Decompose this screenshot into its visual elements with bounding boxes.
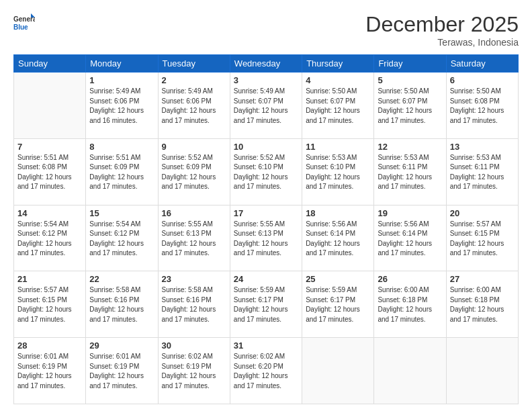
day-number: 4	[306, 75, 370, 85]
calendar-cell	[374, 338, 446, 404]
day-number: 21	[17, 274, 82, 284]
day-info: Sunrise: 5:56 AM Sunset: 6:14 PM Dayligh…	[306, 220, 370, 259]
day-number: 13	[450, 142, 515, 152]
calendar-cell: 11Sunrise: 5:53 AM Sunset: 6:10 PM Dayli…	[302, 138, 374, 205]
day-info: Sunrise: 5:53 AM Sunset: 6:10 PM Dayligh…	[306, 153, 370, 192]
header-saturday: Saturday	[446, 55, 518, 73]
day-info: Sunrise: 5:49 AM Sunset: 6:06 PM Dayligh…	[89, 87, 154, 126]
day-info: Sunrise: 6:00 AM Sunset: 6:18 PM Dayligh…	[450, 285, 515, 324]
day-number: 15	[89, 208, 154, 218]
calendar-cell: 4Sunrise: 5:50 AM Sunset: 6:07 PM Daylig…	[302, 73, 374, 139]
day-info: Sunrise: 5:50 AM Sunset: 6:07 PM Dayligh…	[306, 87, 370, 126]
day-number: 20	[450, 208, 515, 218]
header-wednesday: Wednesday	[230, 55, 302, 73]
calendar-cell: 20Sunrise: 5:57 AM Sunset: 6:15 PM Dayli…	[446, 205, 518, 271]
logo-icon: General Blue	[13, 12, 35, 34]
calendar-cell: 29Sunrise: 6:01 AM Sunset: 6:19 PM Dayli…	[86, 338, 158, 404]
header: General Blue December 2025 Terawas, Indo…	[13, 12, 519, 48]
calendar-table: SundayMondayTuesdayWednesdayThursdayFrid…	[13, 54, 519, 404]
day-info: Sunrise: 6:00 AM Sunset: 6:18 PM Dayligh…	[378, 285, 442, 324]
calendar-cell: 6Sunrise: 5:50 AM Sunset: 6:08 PM Daylig…	[446, 73, 518, 139]
header-monday: Monday	[86, 55, 158, 73]
day-info: Sunrise: 5:54 AM Sunset: 6:12 PM Dayligh…	[89, 220, 154, 259]
calendar-cell: 2Sunrise: 5:49 AM Sunset: 6:06 PM Daylig…	[158, 73, 230, 139]
day-number: 3	[234, 75, 298, 85]
calendar-cell: 18Sunrise: 5:56 AM Sunset: 6:14 PM Dayli…	[302, 205, 374, 271]
location: Terawas, Indonesia	[365, 37, 519, 48]
day-info: Sunrise: 6:02 AM Sunset: 6:19 PM Dayligh…	[162, 352, 226, 391]
day-number: 6	[450, 75, 515, 85]
day-info: Sunrise: 6:01 AM Sunset: 6:19 PM Dayligh…	[17, 352, 82, 391]
day-info: Sunrise: 5:59 AM Sunset: 6:17 PM Dayligh…	[234, 285, 298, 324]
day-info: Sunrise: 5:57 AM Sunset: 6:15 PM Dayligh…	[450, 220, 515, 259]
day-number: 12	[378, 142, 442, 152]
day-number: 2	[162, 75, 226, 85]
day-info: Sunrise: 5:53 AM Sunset: 6:11 PM Dayligh…	[450, 153, 515, 192]
day-info: Sunrise: 5:52 AM Sunset: 6:09 PM Dayligh…	[162, 153, 226, 192]
week-row-5: 28Sunrise: 6:01 AM Sunset: 6:19 PM Dayli…	[14, 338, 519, 404]
calendar-cell: 25Sunrise: 5:59 AM Sunset: 6:17 PM Dayli…	[302, 271, 374, 338]
calendar-cell: 10Sunrise: 5:52 AM Sunset: 6:10 PM Dayli…	[230, 138, 302, 205]
calendar-cell	[14, 73, 86, 139]
calendar-cell: 26Sunrise: 6:00 AM Sunset: 6:18 PM Dayli…	[374, 271, 446, 338]
day-info: Sunrise: 5:51 AM Sunset: 6:08 PM Dayligh…	[17, 153, 82, 192]
calendar-cell: 9Sunrise: 5:52 AM Sunset: 6:09 PM Daylig…	[158, 138, 230, 205]
title-block: December 2025 Terawas, Indonesia	[365, 12, 519, 48]
header-friday: Friday	[374, 55, 446, 73]
calendar-cell	[446, 338, 518, 404]
calendar-cell: 23Sunrise: 5:58 AM Sunset: 6:16 PM Dayli…	[158, 271, 230, 338]
day-number: 8	[89, 142, 154, 152]
day-info: Sunrise: 5:59 AM Sunset: 6:17 PM Dayligh…	[306, 285, 370, 324]
week-row-3: 14Sunrise: 5:54 AM Sunset: 6:12 PM Dayli…	[14, 205, 519, 271]
day-number: 29	[89, 340, 154, 351]
day-number: 7	[17, 142, 82, 152]
day-number: 25	[306, 274, 370, 284]
calendar-cell: 16Sunrise: 5:55 AM Sunset: 6:13 PM Dayli…	[158, 205, 230, 271]
day-number: 14	[17, 208, 82, 218]
calendar-cell: 17Sunrise: 5:55 AM Sunset: 6:13 PM Dayli…	[230, 205, 302, 271]
day-number: 23	[162, 274, 226, 284]
day-number: 24	[234, 274, 298, 284]
day-info: Sunrise: 5:58 AM Sunset: 6:16 PM Dayligh…	[89, 285, 154, 324]
calendar-cell: 8Sunrise: 5:51 AM Sunset: 6:09 PM Daylig…	[86, 138, 158, 205]
day-number: 30	[162, 340, 226, 351]
calendar-cell: 7Sunrise: 5:51 AM Sunset: 6:08 PM Daylig…	[14, 138, 86, 205]
calendar-cell: 22Sunrise: 5:58 AM Sunset: 6:16 PM Dayli…	[86, 271, 158, 338]
calendar-cell: 5Sunrise: 5:50 AM Sunset: 6:07 PM Daylig…	[374, 73, 446, 139]
day-number: 1	[89, 75, 154, 85]
calendar-cell: 3Sunrise: 5:49 AM Sunset: 6:07 PM Daylig…	[230, 73, 302, 139]
day-number: 26	[378, 274, 442, 284]
day-info: Sunrise: 5:56 AM Sunset: 6:14 PM Dayligh…	[378, 220, 442, 259]
calendar-cell	[302, 338, 374, 404]
day-info: Sunrise: 5:50 AM Sunset: 6:07 PM Dayligh…	[378, 87, 442, 126]
day-info: Sunrise: 6:02 AM Sunset: 6:20 PM Dayligh…	[234, 352, 298, 391]
calendar-cell: 12Sunrise: 5:53 AM Sunset: 6:11 PM Dayli…	[374, 138, 446, 205]
day-info: Sunrise: 5:52 AM Sunset: 6:10 PM Dayligh…	[234, 153, 298, 192]
day-number: 27	[450, 274, 515, 284]
day-number: 18	[306, 208, 370, 218]
week-row-2: 7Sunrise: 5:51 AM Sunset: 6:08 PM Daylig…	[14, 138, 519, 205]
header-sunday: Sunday	[14, 55, 86, 73]
day-number: 16	[162, 208, 226, 218]
day-info: Sunrise: 5:55 AM Sunset: 6:13 PM Dayligh…	[162, 220, 226, 259]
day-info: Sunrise: 5:49 AM Sunset: 6:06 PM Dayligh…	[162, 87, 226, 126]
day-number: 19	[378, 208, 442, 218]
calendar-cell: 31Sunrise: 6:02 AM Sunset: 6:20 PM Dayli…	[230, 338, 302, 404]
day-info: Sunrise: 5:58 AM Sunset: 6:16 PM Dayligh…	[162, 285, 226, 324]
day-number: 17	[234, 208, 298, 218]
day-number: 28	[17, 340, 82, 351]
week-row-4: 21Sunrise: 5:57 AM Sunset: 6:15 PM Dayli…	[14, 271, 519, 338]
day-info: Sunrise: 5:53 AM Sunset: 6:11 PM Dayligh…	[378, 153, 442, 192]
week-row-1: 1Sunrise: 5:49 AM Sunset: 6:06 PM Daylig…	[14, 73, 519, 139]
day-info: Sunrise: 5:49 AM Sunset: 6:07 PM Dayligh…	[234, 87, 298, 126]
day-info: Sunrise: 6:01 AM Sunset: 6:19 PM Dayligh…	[89, 352, 154, 391]
calendar-cell: 24Sunrise: 5:59 AM Sunset: 6:17 PM Dayli…	[230, 271, 302, 338]
svg-text:Blue: Blue	[13, 24, 28, 31]
calendar-cell: 27Sunrise: 6:00 AM Sunset: 6:18 PM Dayli…	[446, 271, 518, 338]
calendar-cell: 15Sunrise: 5:54 AM Sunset: 6:12 PM Dayli…	[86, 205, 158, 271]
day-info: Sunrise: 5:50 AM Sunset: 6:08 PM Dayligh…	[450, 87, 515, 126]
logo: General Blue	[13, 12, 35, 34]
header-thursday: Thursday	[302, 55, 374, 73]
day-number: 9	[162, 142, 226, 152]
calendar-cell: 30Sunrise: 6:02 AM Sunset: 6:19 PM Dayli…	[158, 338, 230, 404]
